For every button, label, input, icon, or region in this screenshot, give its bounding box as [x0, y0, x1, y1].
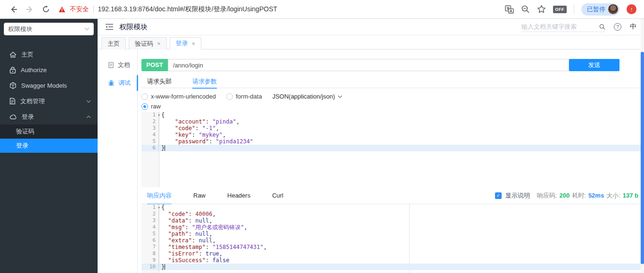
tab-home[interactable]: 主页 — [101, 37, 126, 50]
address-bar[interactable]: 不安全 192.168.3.19:8764/doc.html#/权限模块/登录/… — [58, 5, 505, 14]
forward-icon[interactable] — [22, 1, 38, 17]
code-text[interactable]: "account": "pinda", — [159, 118, 644, 125]
text-cursor — [165, 264, 165, 270]
line-number: 9 — [141, 257, 159, 264]
radio-urlencoded[interactable]: x-www-form-urlencoded — [141, 93, 216, 100]
bug-icon — [108, 80, 115, 86]
line-number: 4 — [141, 224, 159, 231]
line-number: 1▾ — [141, 112, 159, 118]
tab-request-headers[interactable]: 请求头部 — [147, 75, 172, 88]
nav-item-doc[interactable]: 文档 — [98, 56, 137, 74]
url-text[interactable]: 192.168.3.19:8764/doc.html#/权限模块/登录/logi… — [98, 5, 278, 14]
code-text[interactable]: "key": "mykey", — [159, 132, 644, 138]
back-icon[interactable] — [6, 1, 22, 17]
radio-formdata[interactable]: form-data — [226, 93, 262, 100]
tab-request-params[interactable]: 请求参数 — [192, 75, 217, 88]
browser-actions: OFF 已暂停 ↑ — [505, 3, 639, 16]
response-body-editor[interactable]: 1▾{2 "code": 40006,3 "data": null,4 "msg… — [141, 204, 644, 273]
code-text[interactable]: "password": "pinda1234" — [159, 138, 644, 145]
code-text[interactable]: "isError": true, — [159, 250, 644, 257]
radio-icon[interactable] — [226, 93, 233, 100]
scrollbar-thumb[interactable] — [641, 52, 644, 264]
status-code-label: 响应码: — [537, 191, 557, 200]
language-toggle[interactable]: 中 — [630, 23, 636, 31]
bookmark-star-icon[interactable] — [537, 5, 546, 14]
raw-row: raw — [141, 103, 644, 110]
code-text[interactable]: "isSuccess": false — [159, 257, 644, 264]
sidebar-item-doc-manage[interactable]: 文档管理 — [0, 93, 98, 109]
fold-arrow-icon[interactable]: ▾ — [158, 204, 160, 211]
sidebar-item-login-group[interactable]: 登录 — [0, 109, 98, 124]
fold-arrow-icon[interactable]: ▾ — [158, 112, 160, 118]
radio-icon[interactable] — [141, 93, 148, 100]
code-text[interactable]: "code": 40006, — [159, 211, 644, 217]
request-url-input[interactable] — [168, 59, 569, 71]
close-icon[interactable]: × — [157, 41, 161, 47]
code-line: 3 "code": "-1", — [141, 125, 644, 132]
help-icon[interactable]: ? — [614, 23, 621, 31]
module-select[interactable]: 权限模块 — [4, 23, 94, 35]
tab-login[interactable]: 登录 × — [170, 37, 202, 50]
tab-response-headers[interactable]: Headers — [227, 187, 250, 204]
nav-item-debug[interactable]: 调试 — [98, 74, 137, 92]
code-text[interactable]: "data": null, — [159, 217, 644, 224]
size-value: 137 b — [623, 192, 638, 199]
topbar-actions: ? 中 — [521, 22, 636, 32]
text-cursor — [165, 145, 165, 151]
response-stats: ✓ 显示说明 响应码: 200 耗时: 52ms 大小: 137 b — [495, 191, 644, 200]
home-icon — [9, 51, 17, 58]
collapse-menu-icon[interactable] — [105, 24, 114, 30]
browser-update-icon[interactable]: ↑ — [627, 4, 636, 14]
sidebar-item-authorize[interactable]: Authorize — [0, 62, 98, 78]
tab-captcha[interactable]: 验证码 × — [129, 37, 167, 50]
tab-response-curl[interactable]: Curl — [272, 187, 283, 204]
tab-response-raw[interactable]: Raw — [193, 187, 206, 204]
code-line: 1▾{ — [141, 112, 644, 118]
json-content-type-dropdown[interactable]: JSON(application/json) — [272, 93, 342, 100]
search-icon[interactable] — [599, 24, 605, 30]
sidebar-item-home[interactable]: 主页 — [0, 47, 98, 62]
code-text[interactable]: { — [159, 112, 644, 118]
line-number: 4 — [141, 132, 159, 138]
line-number: 2 — [141, 118, 159, 125]
sidebar-submenu: 验证码 登录 — [0, 124, 98, 153]
code-line: 10} — [141, 264, 644, 270]
code-text[interactable]: "code": "-1", — [159, 125, 644, 132]
address-separator — [93, 5, 94, 13]
line-number: 5 — [141, 231, 159, 237]
code-text[interactable]: } — [159, 145, 644, 151]
radio-raw[interactable] — [141, 103, 148, 110]
sidebar-menu: 主页 Authorize Swagger Models 文档管理 — [0, 47, 98, 153]
sidebar-item-captcha[interactable]: 验证码 — [0, 124, 98, 139]
send-button[interactable]: 发送 — [569, 59, 619, 71]
tab-response-content[interactable]: 响应内容 — [147, 187, 172, 204]
paused-profile-button[interactable]: 已暂停 — [581, 3, 619, 16]
request-body-editor[interactable]: 1▾{2 "account": "pinda",3 "code": "-1",4… — [141, 112, 644, 187]
code-text[interactable]: "msg": "用户名或密码错误", — [159, 224, 644, 231]
body-type-row: x-www-form-urlencoded form-data JSON(app… — [141, 93, 644, 100]
code-text[interactable]: "extra": null, — [159, 237, 644, 244]
sidebar-item-swagger-models[interactable]: Swagger Models — [0, 78, 98, 93]
code-text[interactable]: "timestamp": "1585144747431", — [159, 244, 644, 250]
security-warning[interactable]: 不安全 — [70, 5, 89, 14]
code-text[interactable]: { — [159, 204, 644, 211]
cloud-icon — [9, 114, 17, 120]
sidebar-item-login[interactable]: 登录 — [0, 139, 98, 153]
page-scrollbar[interactable] — [641, 19, 644, 273]
code-text[interactable]: "path": null, — [159, 231, 644, 237]
translate-icon[interactable] — [505, 5, 514, 14]
line-number: 10 — [141, 264, 159, 270]
models-icon — [9, 82, 17, 89]
request-tabs: 请求头部 请求参数 — [141, 75, 644, 88]
code-text[interactable]: } — [159, 264, 644, 270]
close-icon[interactable]: × — [192, 41, 196, 47]
code-line: 4 "key": "mykey", — [141, 132, 644, 138]
sidebar-item-label: 文档管理 — [20, 97, 45, 106]
zoom-out-icon[interactable] — [521, 5, 530, 14]
show-description-checkbox[interactable]: ✓ — [495, 192, 502, 199]
off-extension-badge[interactable]: OFF — [553, 6, 567, 13]
line-number: 8 — [141, 250, 159, 257]
status-code-value: 200 — [560, 192, 570, 199]
search-input[interactable] — [521, 22, 599, 32]
refresh-icon[interactable] — [38, 1, 54, 17]
